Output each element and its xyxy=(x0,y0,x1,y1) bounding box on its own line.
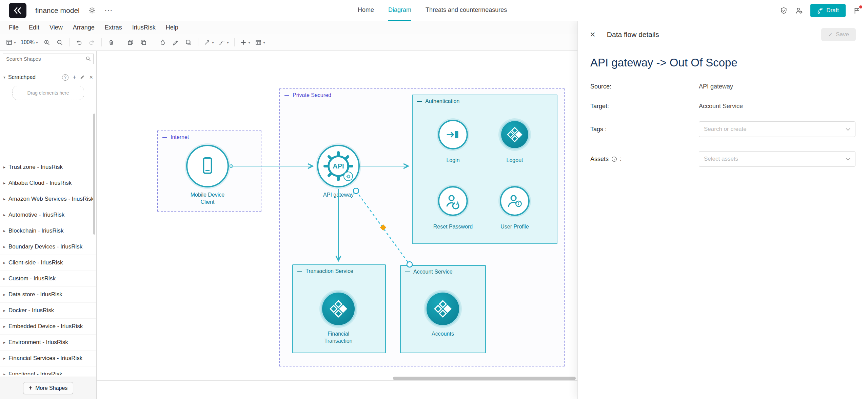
shield-check-icon[interactable] xyxy=(780,7,788,15)
node-logout[interactable]: Logout xyxy=(500,120,530,164)
draft-status-button[interactable]: Draft xyxy=(810,4,846,17)
scratchpad-help-icon[interactable]: ? xyxy=(62,74,68,81)
tags-field: Tags : Search or create xyxy=(578,121,868,137)
menu-arrange[interactable]: Arrange xyxy=(73,24,95,31)
scratchpad-header[interactable]: ▾ Scratchpad ? + × xyxy=(0,72,96,83)
sidebar-item-trust-zone[interactable]: ▸Trust zone - IriusRisk xyxy=(0,159,96,175)
scratchpad-close-icon[interactable]: × xyxy=(89,74,93,81)
node-accounts[interactable]: Accounts xyxy=(425,291,460,338)
more-options-icon[interactable]: ⋯ xyxy=(104,6,113,15)
line-color-button[interactable] xyxy=(170,36,181,48)
node-label: Logout xyxy=(507,157,523,164)
category-label: Alibaba Cloud - IriusRisk xyxy=(8,180,72,186)
triangle-right-icon: ▸ xyxy=(3,181,5,185)
insert-dropdown[interactable]: ▾ xyxy=(238,36,252,48)
menu-edit[interactable]: Edit xyxy=(29,24,39,31)
delete-button[interactable] xyxy=(105,36,117,48)
category-label: Environment - IriusRisk xyxy=(8,339,68,346)
toolbar-separator xyxy=(234,38,235,46)
sidebar-item-docker[interactable]: ▸Docker - IriusRisk xyxy=(0,303,96,319)
top-bar: finance model ⋯ Home Diagram Threats and… xyxy=(0,0,868,21)
tab-diagram[interactable]: Diagram xyxy=(388,0,411,21)
node-mobile-device-client[interactable]: Mobile Device Client xyxy=(186,145,229,206)
redo-button[interactable] xyxy=(86,36,98,48)
sidebar-item-environment[interactable]: ▸Environment - IriusRisk xyxy=(0,335,96,351)
triangle-right-icon: ▸ xyxy=(3,244,5,249)
collapse-icon[interactable] xyxy=(162,137,167,138)
diagram-canvas[interactable]: Internet Private Secured Authentication … xyxy=(97,51,577,399)
tab-threats-countermeasures[interactable]: Threats and countermeasures xyxy=(426,0,507,21)
view-panels-button[interactable]: ▾ xyxy=(4,36,18,48)
tags-select[interactable]: Search or create xyxy=(699,121,855,137)
triangle-right-icon: ▸ xyxy=(3,213,5,217)
triangle-right-icon: ▸ xyxy=(3,276,5,281)
triangle-right-icon: ▸ xyxy=(3,197,5,201)
zoom-in-button[interactable] xyxy=(41,36,53,48)
node-reset-password[interactable]: Reset Password xyxy=(433,186,473,231)
menu-view[interactable]: View xyxy=(50,24,63,31)
to-back-button[interactable] xyxy=(138,36,149,48)
sidebar-item-amazon-web-services[interactable]: ▸Amazon Web Services - IriusRisk xyxy=(0,191,96,207)
menu-help[interactable]: Help xyxy=(166,24,178,31)
scratchpad-add-icon[interactable]: + xyxy=(73,74,76,81)
sidebar-scrollbar[interactable] xyxy=(93,114,95,235)
collapse-icon[interactable] xyxy=(405,272,410,272)
tab-home[interactable]: Home xyxy=(358,0,374,21)
sidebar-item-client-side[interactable]: ▸Client-side - IriusRisk xyxy=(0,255,96,271)
api-gateway-settings-badge[interactable] xyxy=(343,172,353,181)
search-shapes-input[interactable] xyxy=(3,54,94,64)
sidebar-item-financial-services[interactable]: ▸Financial Services - IriusRisk xyxy=(0,351,96,366)
category-label: Docker - IriusRisk xyxy=(8,307,54,314)
more-shapes-button[interactable]: + More Shapes xyxy=(23,382,74,394)
close-icon[interactable]: × xyxy=(590,30,595,39)
menu-extras[interactable]: Extras xyxy=(105,24,122,31)
scratchpad-edit-icon[interactable] xyxy=(80,74,85,81)
triangle-right-icon: ▸ xyxy=(3,372,5,375)
scratchpad-drop-area[interactable]: Drag elements here xyxy=(12,86,84,100)
undo-button[interactable] xyxy=(73,36,85,48)
caret-down-icon: ▾ xyxy=(36,40,38,44)
info-icon[interactable] xyxy=(611,156,617,162)
waypoint-style-dropdown[interactable]: ▾ xyxy=(217,36,231,48)
node-user-profile[interactable]: User Profile xyxy=(500,186,530,231)
category-label: Trust zone - IriusRisk xyxy=(8,164,63,171)
zone-label: Private Secured xyxy=(293,92,331,98)
save-button[interactable]: ✓ Save xyxy=(821,28,856,41)
sidebar-item-boundary-devices[interactable]: ▸Boundary Devices - IriusRisk xyxy=(0,239,96,255)
sidebar-item-embedded-device[interactable]: ▸Embedded Device - IriusRisk xyxy=(0,319,96,335)
to-front-button[interactable] xyxy=(125,36,136,48)
node-login[interactable]: Login xyxy=(438,120,468,164)
source-label: Source: xyxy=(590,83,699,90)
sidebar-item-blockchain[interactable]: ▸Blockchain - IriusRisk xyxy=(0,223,96,239)
zoom-value: 100% xyxy=(21,39,35,45)
zoom-level-dropdown[interactable]: 100% ▾ xyxy=(19,36,40,48)
project-settings-gear-icon[interactable] xyxy=(88,7,96,14)
diamond-cluster-icon xyxy=(328,298,349,319)
collapse-icon[interactable] xyxy=(417,101,422,102)
table-button[interactable]: ▾ xyxy=(253,36,267,48)
menu-file[interactable]: File xyxy=(9,24,19,31)
node-financial-transaction[interactable]: Financial Transaction xyxy=(320,291,357,345)
menu-iriusrisk[interactable]: IriusRisk xyxy=(132,24,156,31)
app-logo[interactable] xyxy=(9,3,26,18)
collapse-icon[interactable] xyxy=(284,95,289,96)
fill-color-button[interactable] xyxy=(157,36,169,48)
sidebar-item-data-store[interactable]: ▸Data store - IriusRisk xyxy=(0,287,96,303)
zoom-out-button[interactable] xyxy=(54,36,65,48)
zone-label: Internet xyxy=(171,134,189,140)
assets-select[interactable]: Select assets xyxy=(699,151,855,167)
node-api-gateway[interactable]: API API gateway xyxy=(317,145,360,199)
sidebar-item-functional[interactable]: ▸Functional - IriusRisk xyxy=(0,366,96,375)
shadow-button[interactable] xyxy=(183,36,194,48)
sidebar-item-alibaba-cloud[interactable]: ▸Alibaba Cloud - IriusRisk xyxy=(0,175,96,191)
canvas-horizontal-scrollbar[interactable] xyxy=(393,377,576,380)
collapse-icon[interactable] xyxy=(297,271,302,272)
connection-style-dropdown[interactable]: ▾ xyxy=(202,36,216,48)
category-label: Automotive - IriusRisk xyxy=(8,212,64,218)
user-settings-icon[interactable] xyxy=(795,7,803,15)
editor-menu-bar: File Edit View Arrange Extras IriusRisk … xyxy=(0,21,577,34)
sidebar-item-automotive[interactable]: ▸Automotive - IriusRisk xyxy=(0,207,96,223)
sidebar-item-custom[interactable]: ▸Custom - IriusRisk xyxy=(0,271,96,287)
category-label: Blockchain - IriusRisk xyxy=(8,227,64,234)
notifications-flag-icon[interactable] xyxy=(853,7,861,15)
